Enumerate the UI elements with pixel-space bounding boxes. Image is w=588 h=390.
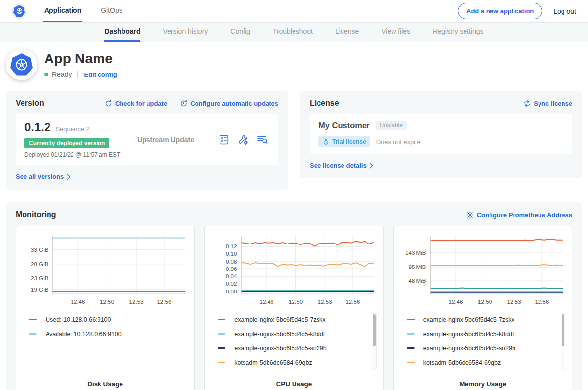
chevron-right-icon — [369, 163, 373, 169]
version-number: 0.1.2 — [24, 121, 50, 134]
legend-scrollbar[interactable] — [561, 313, 565, 370]
svg-text:12:50: 12:50 — [289, 299, 303, 305]
svg-text:12:53: 12:53 — [318, 299, 332, 305]
svg-text:0.02: 0.02 — [226, 281, 237, 287]
configure-automatic-updates-link[interactable]: Configure automatic updates — [180, 100, 278, 107]
svg-text:12:56: 12:56 — [535, 299, 549, 305]
configure-prometheus-link[interactable]: Configure Prometheus Address — [466, 211, 572, 219]
chevron-right-icon — [67, 174, 71, 180]
page-title: App Name — [44, 51, 117, 67]
version-card-title: Version — [16, 99, 44, 108]
topnav-tab-gitops[interactable]: GitOps — [100, 0, 123, 22]
svg-text:0.10: 0.10 — [226, 251, 237, 257]
refresh-icon — [105, 100, 112, 107]
legend-item: Used: 10.128.0.66:9100 — [29, 313, 180, 327]
kubernetes-logo — [12, 0, 26, 22]
add-new-application-button[interactable]: Add a new application — [458, 3, 542, 19]
svg-text:12:50: 12:50 — [100, 299, 114, 305]
disk-usage-legend: Used: 10.128.0.66:9100Available: 10.128.… — [29, 313, 180, 341]
legend-item: example-nginx-5bc6f5d4c5-k8ddf — [407, 327, 558, 341]
svg-text:12:46: 12:46 — [71, 299, 85, 305]
divider — [77, 71, 78, 78]
license-summary-row: My Customer Unstable Trial license Does … — [310, 114, 572, 154]
cpu-usage-chart-card: 0.120.100.080.060.040.020.0012:4612:5012… — [204, 226, 383, 390]
tab-registry-settings[interactable]: Registry settings — [433, 23, 483, 42]
deployed-badge: Currently deployed version — [24, 138, 109, 148]
preflight-checks-icon[interactable] — [219, 134, 229, 145]
view-release-notes-icon[interactable] — [257, 134, 268, 145]
svg-text:12:50: 12:50 — [478, 299, 492, 305]
topnav-tab-application[interactable]: Application — [43, 0, 82, 22]
kubernetes-wheel-icon — [14, 57, 29, 72]
svg-text:12:53: 12:53 — [507, 299, 521, 305]
svg-text:143 MiB: 143 MiB — [405, 250, 426, 256]
tab-troubleshoot[interactable]: Troubleshoot — [273, 23, 313, 42]
svg-text:0.12: 0.12 — [226, 244, 237, 249]
chart-title: CPU Usage — [210, 380, 378, 388]
check-for-update-link[interactable]: Check for update — [105, 100, 167, 107]
legend-item: kotsadm-5db6dc6584-69qbz — [218, 355, 369, 369]
update-type-label: Upstream Update — [137, 136, 219, 144]
tab-version-history[interactable]: Version history — [163, 23, 208, 42]
see-all-versions-link[interactable]: See all versions — [16, 173, 71, 180]
edit-config-link[interactable]: Edit config — [84, 71, 117, 78]
kubernetes-wheel-icon — [16, 7, 23, 15]
legend-item: example-nginx-5bc6f5d4c5-7zskx — [218, 313, 369, 327]
deployed-timestamp: Deployed 01/21/22 @ 11:57 am EST — [24, 151, 137, 158]
svg-text:48 MiB: 48 MiB — [408, 278, 426, 284]
monitoring-card: Monitoring Configure Prometheus Address … — [6, 202, 582, 390]
svg-text:0.00: 0.00 — [226, 289, 237, 294]
app-logo — [6, 49, 37, 80]
license-card: License Sync license My Customer Unstabl… — [300, 91, 582, 178]
status-dot — [44, 73, 48, 76]
memory-usage-chart-card: 143 MiB95 MiB48 MiB12:4612:5012:5312:56 … — [393, 226, 572, 390]
status-text: Ready — [52, 71, 72, 78]
svg-text:0.06: 0.06 — [226, 266, 237, 272]
legend-item: example-nginx-5bc6f5d4c5-k8ddf — [218, 327, 369, 341]
svg-text:12:46: 12:46 — [260, 299, 274, 305]
current-version-row: 0.1.2 Sequence 2 Currently deployed vers… — [16, 114, 278, 165]
legend-scrollbar[interactable] — [372, 313, 377, 370]
customer-name: My Customer — [318, 121, 370, 130]
cpu-usage-plot: 0.120.100.080.060.040.020.0012:4612:5012… — [210, 232, 378, 307]
logout-button[interactable]: Log out — [553, 7, 576, 15]
memory-usage-legend: example-nginx-5bc6f5d4c5-7zskxexample-ng… — [407, 313, 558, 369]
svg-text:23 GiB: 23 GiB — [31, 275, 49, 281]
app-subnav: Dashboard Version history Config Trouble… — [0, 23, 588, 42]
tab-license[interactable]: License — [335, 23, 359, 42]
sync-icon — [523, 100, 531, 107]
tab-dashboard[interactable]: Dashboard — [104, 23, 140, 42]
stopwatch-icon — [323, 139, 329, 145]
monitoring-title: Monitoring — [16, 210, 56, 219]
tab-view-files[interactable]: View files — [381, 23, 410, 42]
top-navbar: Application GitOps Add a new application… — [0, 0, 588, 23]
channel-badge: Unstable — [376, 121, 407, 130]
svg-text:12:56: 12:56 — [157, 299, 171, 305]
sync-license-link[interactable]: Sync license — [523, 100, 572, 107]
svg-text:19 GiB: 19 GiB — [31, 287, 49, 292]
chart-title: Disk Usage — [21, 380, 189, 388]
gear-icon — [466, 211, 474, 219]
svg-text:0.08: 0.08 — [226, 259, 237, 265]
trial-license-badge: Trial license — [318, 136, 370, 147]
chart-title: Memory Usage — [399, 380, 567, 388]
tab-config[interactable]: Config — [230, 23, 250, 42]
svg-text:12:53: 12:53 — [129, 299, 144, 305]
memory-usage-plot: 143 MiB95 MiB48 MiB12:4612:5012:5312:56 — [399, 232, 567, 307]
schedule-icon — [180, 100, 187, 107]
edit-config-icon[interactable] — [238, 134, 248, 145]
license-card-title: License — [310, 99, 339, 108]
svg-text:95 MiB: 95 MiB — [408, 264, 426, 270]
see-license-details-link[interactable]: See license details — [310, 162, 373, 169]
legend-item: example-nginx-5bc6f5d4c5-sn29h — [407, 341, 558, 355]
legend-item: example-nginx-5bc6f5d4c5-7zskx — [407, 313, 558, 327]
legend-item: example-nginx-5bc6f5d4c5-sn29h — [218, 341, 369, 355]
cpu-usage-legend: example-nginx-5bc6f5d4c5-7zskxexample-ng… — [218, 313, 369, 369]
svg-text:0.04: 0.04 — [226, 273, 237, 279]
license-expiry-text: Does not expire — [376, 138, 421, 146]
legend-item: Available: 10.128.0.66:9100 — [29, 327, 180, 341]
svg-text:28 GiB: 28 GiB — [31, 261, 49, 267]
legend-item: kotsadm-5db6dc6584-69qbz — [407, 355, 558, 369]
sequence-label: Sequence 2 — [55, 125, 89, 133]
disk-usage-chart-card: 33 GiB28 GiB23 GiB19 GiB12:4612:5012:531… — [16, 226, 195, 390]
